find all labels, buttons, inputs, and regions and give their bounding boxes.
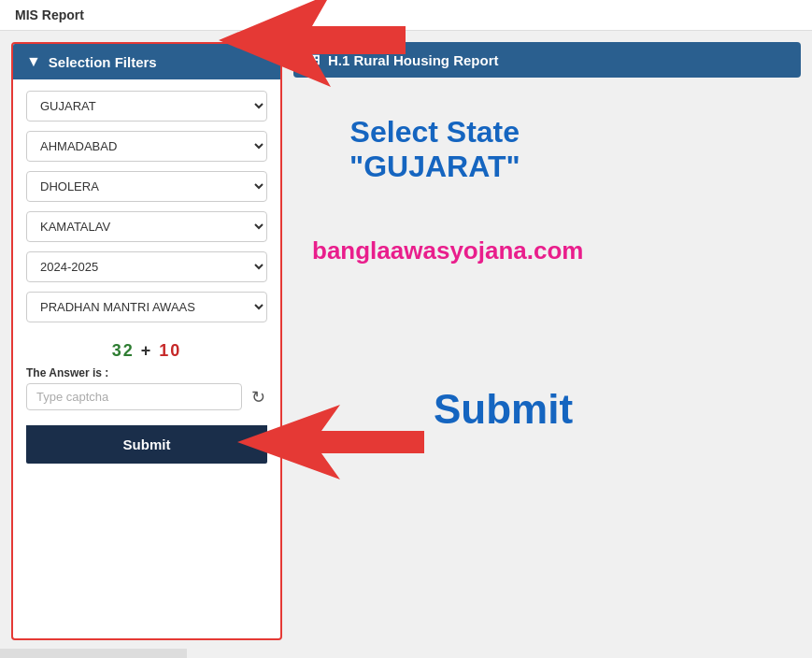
- scheme-select[interactable]: PRADHAN MANTRI AWAAS OTHER SCHEME: [26, 292, 267, 322]
- select-state-title: Select State: [349, 115, 520, 150]
- village-select[interactable]: KAMATALAV NAVAGAM BHADAJ: [26, 211, 267, 242]
- captcha-section: 32 + 10 The Answer is : ↻: [26, 336, 267, 410]
- website-annotation: banglaawasyojana.com: [312, 236, 583, 265]
- main-content: ▼ Selection Filters GUJARAT MAHARASHTRA …: [0, 31, 812, 651]
- submit-annotation-text: Submit: [434, 386, 573, 433]
- captcha-num2: 10: [159, 341, 181, 360]
- top-bar: MIS Report: [0, 0, 812, 31]
- arrow-to-state-icon: [219, 0, 406, 96]
- captcha-input[interactable]: [26, 383, 242, 410]
- left-panel: ▼ Selection Filters GUJARAT MAHARASHTRA …: [11, 42, 282, 640]
- right-panel: ⊞ H.1 Rural Housing Report Select State …: [293, 42, 801, 640]
- submit-button[interactable]: Submit: [26, 425, 267, 464]
- captcha-num1: 32: [112, 341, 135, 360]
- select-state-value: "GUJARAT": [349, 150, 520, 184]
- filter-header-label: Selection Filters: [49, 54, 157, 70]
- captcha-answer-label: The Answer is :: [26, 366, 267, 379]
- bottom-bar: [0, 649, 187, 658]
- select-state-annotation: Select State "GUJARAT": [349, 115, 520, 184]
- district-select[interactable]: AHMADABAD SURAT VADODARA: [26, 131, 267, 162]
- arrow-to-submit-icon: [237, 395, 424, 489]
- svg-marker-1: [237, 405, 424, 479]
- app-title: MIS Report: [15, 7, 84, 22]
- block-select[interactable]: DHOLERA BAVLA DHANDHUKA: [26, 171, 267, 202]
- captcha-operator: +: [141, 341, 160, 360]
- svg-marker-0: [219, 0, 406, 87]
- annotation-area: Select State "GUJARAT" banglaawasyojana.…: [293, 87, 801, 640]
- captcha-display: 32 + 10: [26, 336, 267, 366]
- funnel-icon: ▼: [26, 53, 41, 70]
- captcha-input-row: ↻: [26, 383, 267, 410]
- year-select[interactable]: 2024-2025 2023-2024 2022-2023: [26, 251, 267, 282]
- website-label: banglaawasyojana.com: [312, 236, 583, 265]
